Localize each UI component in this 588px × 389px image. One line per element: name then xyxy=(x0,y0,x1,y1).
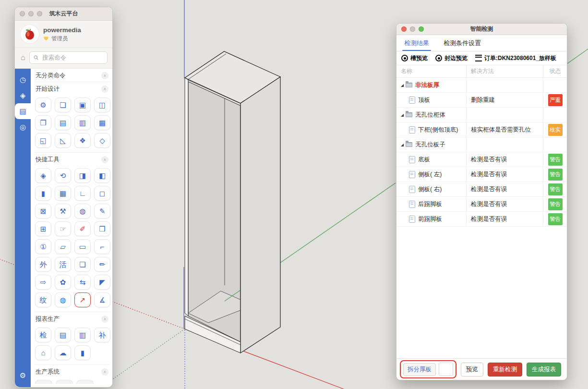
render-disc-icon[interactable]: ◎ xyxy=(15,119,31,135)
collapse-chevron-icon[interactable]: ∧ xyxy=(101,72,108,79)
detection-row[interactable]: ◢ 无孔位柜体 xyxy=(396,108,567,122)
edit-report-icon[interactable]: ▥ xyxy=(74,328,91,342)
csv-export-icon[interactable]: ⇆ xyxy=(74,275,91,290)
edit-pen-icon[interactable]: ✎ xyxy=(94,204,110,219)
table-header: 名称 解决方法 状态 xyxy=(396,65,567,78)
production-list-icon[interactable]: ▤ xyxy=(55,328,71,342)
expand-triangle-icon[interactable]: ◢ xyxy=(401,113,404,117)
settings-icon[interactable]: ⚙ xyxy=(35,97,51,112)
order-list-icon[interactable]: ▤ xyxy=(55,115,71,130)
rotate-cube-icon[interactable]: ⟲ xyxy=(55,168,71,183)
door-gear-icon[interactable]: ◨ xyxy=(74,168,91,183)
history-icon[interactable]: ◷ xyxy=(15,72,31,87)
tab-detection-results[interactable]: 检测结果 xyxy=(403,35,430,51)
door-panel-icon[interactable]: ◫ xyxy=(94,97,110,112)
status-badge: 核实 xyxy=(548,124,563,136)
board-sketch-icon[interactable]: ✏ xyxy=(94,257,110,272)
tab-detection-settings[interactable]: 检测条件设置 xyxy=(443,35,482,51)
corner-solid-icon[interactable]: ◤ xyxy=(94,275,110,290)
section-label: 快捷工具 xyxy=(36,156,60,164)
slot-preview-toggle[interactable]: 槽预览 xyxy=(401,54,428,62)
expand-triangle-icon[interactable]: ◢ xyxy=(401,83,404,87)
copy-board-icon[interactable]: ❐ xyxy=(35,115,51,130)
component-star-icon[interactable]: ❖ xyxy=(74,133,91,148)
detection-row[interactable]: ◢ 非法板厚 xyxy=(396,78,567,93)
file-to-cube-icon[interactable]: ❏ xyxy=(74,257,91,272)
minimize-button[interactable] xyxy=(28,11,34,16)
cabinet-frame-icon[interactable]: ▣ xyxy=(74,97,91,112)
cabinet-joint-icon[interactable]: ⊞ xyxy=(35,221,51,236)
collapse-chevron-icon[interactable]: ∧ xyxy=(101,368,108,376)
inspect-report-icon[interactable]: 检 xyxy=(35,328,51,342)
grain-cn-icon[interactable]: 纹 xyxy=(35,292,51,307)
corner-edit-icon[interactable]: ⌐ xyxy=(94,239,110,254)
quote-clipboard-icon[interactable]: ▥ xyxy=(74,115,91,130)
locker-icon[interactable]: ▮ xyxy=(35,186,51,201)
expand-triangle-icon[interactable]: ◢ xyxy=(401,143,404,147)
panel-blue-icon[interactable]: ▮ xyxy=(74,345,91,360)
drawer-front-icon[interactable]: ▭ xyxy=(74,239,91,254)
cabinet-tools-icon[interactable]: ▤ xyxy=(15,103,31,119)
corner-measure-icon[interactable]: ∟ xyxy=(74,186,91,201)
minimize-button[interactable] xyxy=(410,26,415,32)
arc-panel-icon[interactable]: ◱ xyxy=(35,133,51,148)
col-name: 名称 xyxy=(401,67,412,75)
ruler-pen-icon[interactable]: ∡ xyxy=(94,292,110,307)
detection-row[interactable]: 后踢脚板 检测是否有误 警告 xyxy=(396,197,567,212)
mesh-refresh-icon[interactable]: ◍ xyxy=(74,204,91,219)
section-uncategorized: 无分类命令 ∧ xyxy=(35,69,110,82)
zoom-button[interactable] xyxy=(419,26,424,32)
solution-text: 检测是否有误 xyxy=(471,170,507,179)
door-export-icon[interactable]: ⇨ xyxy=(35,275,51,290)
edge-preview-toggle[interactable]: 封边预览 xyxy=(435,54,468,62)
tilt-board-icon[interactable]: ◺ xyxy=(55,133,71,148)
split-thick-board-button[interactable]: 拆分厚板 xyxy=(403,363,436,376)
factory-output-icon[interactable]: ⌂ xyxy=(35,345,51,360)
detection-row[interactable]: 底板 检测是否有误 警告 xyxy=(396,152,567,167)
split-thickness-input[interactable] xyxy=(439,363,453,376)
generate-report-button[interactable]: 生成报表 xyxy=(527,363,561,377)
detection-row[interactable]: ◢ 无孔位板子 xyxy=(396,137,567,152)
cabinet-wireframe[interactable] xyxy=(184,51,280,353)
detection-row[interactable]: 下柜(侧包顶底) 核实柜体是否需要孔位 核实 xyxy=(396,122,567,137)
settings-gear-icon[interactable]: ⚙ xyxy=(15,367,31,383)
polygon-edit-icon[interactable]: ▱ xyxy=(55,239,71,254)
cabinet-preview-icon[interactable]: ◧ xyxy=(94,168,110,183)
model-library-icon[interactable]: ◈ xyxy=(15,87,31,103)
scale-expand-icon[interactable]: ↗ xyxy=(74,292,91,307)
number-one-icon[interactable]: ① xyxy=(35,239,51,254)
copy-delete-icon[interactable]: ❒ xyxy=(94,221,110,236)
detection-row[interactable]: 侧板( 左) 检测是否有误 警告 xyxy=(396,167,567,182)
measure-delete-icon[interactable]: ⊠ xyxy=(35,204,51,219)
collapse-chevron-icon[interactable]: ∧ xyxy=(101,156,108,163)
cloud-upload-icon[interactable]: ☁ xyxy=(55,345,71,360)
open-project-icon[interactable]: ❏ xyxy=(55,97,71,112)
dashed-frame-icon[interactable]: ◻ xyxy=(94,186,110,201)
detection-row[interactable]: 顶板 删除重建 严重 xyxy=(396,93,567,108)
supplement-icon[interactable]: 补 xyxy=(94,328,110,342)
close-button[interactable] xyxy=(20,11,25,16)
search-input[interactable] xyxy=(41,54,103,61)
collapse-chevron-icon[interactable]: ∧ xyxy=(101,316,108,323)
redetect-button[interactable]: 重新检测 xyxy=(488,363,522,377)
sphere-cube-icon[interactable]: ◍ xyxy=(55,292,71,307)
model-cube-icon[interactable]: ◇ xyxy=(94,133,110,148)
preview-button[interactable]: 预览 xyxy=(461,363,483,377)
collapse-chevron-icon[interactable]: ∧ xyxy=(101,85,108,93)
detection-row[interactable]: 侧板( 右) 检测是否有误 警告 xyxy=(396,182,567,197)
order-selector[interactable]: 订单:DKN23080601_放样板 xyxy=(475,54,556,62)
cube-dashed-icon[interactable]: ◈ xyxy=(35,168,51,183)
close-button[interactable] xyxy=(401,26,407,32)
tools-icon[interactable]: ⚒ xyxy=(55,204,71,219)
brush-icon[interactable]: ✐ xyxy=(74,221,91,236)
veneer-texture-icon[interactable]: ✿ xyxy=(55,275,71,290)
hand-pick-icon[interactable]: ☞ xyxy=(55,221,71,236)
apple-logo-icon xyxy=(24,28,36,40)
structure-tree-icon[interactable]: ▦ xyxy=(94,115,110,130)
movable-panel-icon[interactable]: 活 xyxy=(55,257,71,272)
grid-edit-icon[interactable]: ▦ xyxy=(55,186,71,201)
zoom-button[interactable] xyxy=(37,11,42,16)
outer-panel-icon[interactable]: 外 xyxy=(35,257,51,272)
home-icon[interactable]: ⌂ xyxy=(21,54,25,61)
detection-row[interactable]: 前踢脚板 检测是否有误 警告 xyxy=(396,212,567,227)
